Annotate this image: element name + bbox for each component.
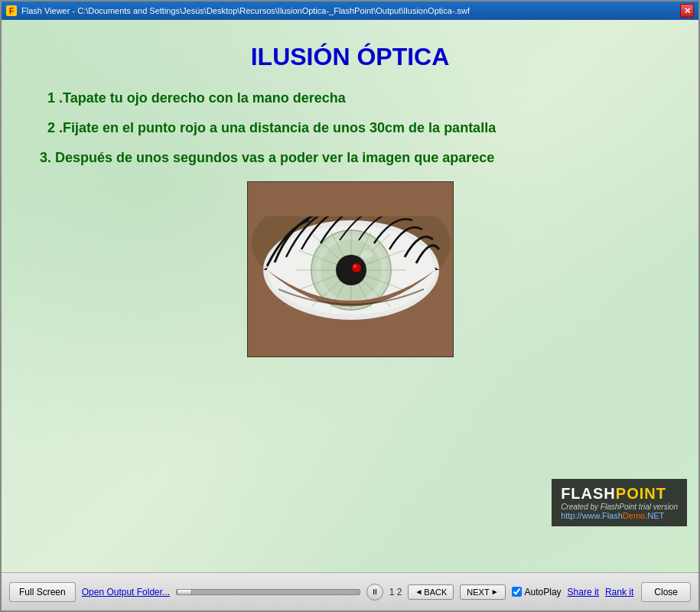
watermark-subtitle: Created by FlashPoint trial version: [561, 503, 678, 511]
open-folder-button[interactable]: Open Output Folder...: [82, 587, 170, 597]
main-window: F Flash Viewer - C:\Documents and Settin…: [0, 0, 700, 612]
svg-point-16: [336, 255, 366, 285]
watermark-flash: FLASH: [561, 485, 616, 502]
watermark-title: FLASHPOINT: [561, 485, 678, 503]
app-icon: F: [6, 5, 17, 16]
watermark-url-prefix: http://www.Flash: [561, 511, 623, 520]
pause-icon: ⏸: [371, 588, 379, 596]
watermark-url-demo: Demo: [623, 511, 645, 520]
progress-thumb[interactable]: [177, 589, 192, 595]
autoplay-label: AutoPlay: [525, 587, 562, 597]
watermark-url-suffix: .NET: [645, 511, 664, 520]
progress-bar[interactable]: [176, 589, 360, 595]
title-bar-left: F Flash Viewer - C:\Documents and Settin…: [6, 5, 470, 16]
bottom-toolbar: Full Screen Open Output Folder... ⏸ 1 2 …: [2, 572, 698, 610]
svg-rect-20: [248, 182, 454, 216]
progress-area: ⏸ 1 2 ◄ BACK NEXT ► AutoPlay: [176, 584, 561, 601]
next-label: NEXT: [467, 588, 489, 597]
eye-svg: [248, 182, 454, 357]
autoplay-checkbox[interactable]: [512, 587, 522, 597]
instruction-3: 3. Después de unos segundos vas a poder …: [40, 150, 668, 166]
eye-image: [247, 181, 454, 357]
share-button[interactable]: Share it: [568, 587, 599, 597]
fullscreen-button[interactable]: Full Screen: [9, 582, 76, 602]
share-rank-area: Share it Rank it: [568, 587, 634, 597]
svg-rect-21: [248, 324, 454, 357]
flash-content-area: ILUSIÓN ÓPTICA 1 .Tapate tu ojo derecho …: [2, 20, 698, 572]
title-bar: F Flash Viewer - C:\Documents and Settin…: [2, 2, 698, 20]
flashpoint-watermark: FLASHPOINT Created by FlashPoint trial v…: [552, 479, 687, 526]
next-arrow-icon: ►: [491, 588, 499, 596]
close-button[interactable]: Close: [641, 582, 691, 602]
svg-point-18: [353, 265, 357, 268]
instruction-2: 2 .Fijate en el punto rojo a una distanc…: [47, 120, 668, 136]
window-title: Flash Viewer - C:\Documents and Settings…: [21, 6, 470, 15]
instruction-3-text: 3. Después de unos segundos vas a poder …: [40, 150, 494, 165]
back-button[interactable]: ◄ BACK: [408, 584, 454, 600]
slide-content: ILUSIÓN ÓPTICA 1 .Tapate tu ojo derecho …: [2, 20, 698, 388]
slide-title: ILUSIÓN ÓPTICA: [32, 43, 668, 71]
close-window-button[interactable]: ✕: [680, 4, 694, 18]
back-arrow-icon: ◄: [415, 588, 422, 596]
watermark-point: POINT: [616, 485, 666, 502]
page-number: 1 2: [389, 587, 402, 597]
pause-button[interactable]: ⏸: [366, 584, 383, 601]
watermark-url: http://www.FlashDemo.NET: [561, 511, 678, 520]
eye-image-container: [32, 181, 668, 357]
svg-point-17: [352, 263, 361, 272]
next-button[interactable]: NEXT ►: [460, 584, 505, 600]
rank-button[interactable]: Rank it: [605, 587, 633, 597]
instruction-1: 1 .Tapate tu ojo derecho con la mano der…: [47, 90, 668, 106]
toolbar-right: Share it Rank it Close: [568, 582, 691, 602]
instruction-1-text: 1 .Tapate tu ojo derecho con la mano der…: [47, 90, 346, 106]
back-label: BACK: [424, 588, 447, 597]
instruction-2-text: 2 .Fijate en el punto rojo a una distanc…: [47, 120, 496, 135]
autoplay-control[interactable]: AutoPlay: [512, 587, 562, 597]
